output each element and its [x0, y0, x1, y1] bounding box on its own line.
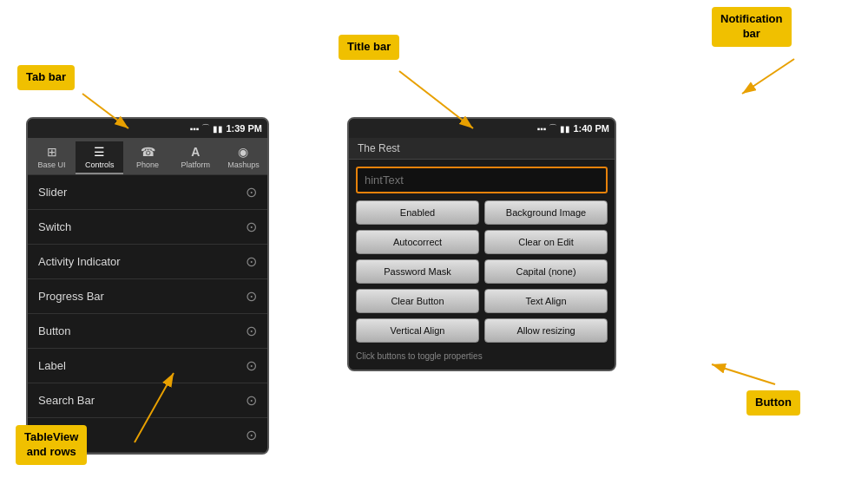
- tab-mashups-label: Mashups: [227, 160, 260, 169]
- background-image-button[interactable]: Background Image: [484, 200, 608, 225]
- list-item[interactable]: Activity Indicator ⊙: [28, 245, 267, 279]
- list-item-searchbar: Search Bar: [38, 394, 95, 407]
- list-item-slider: Slider: [38, 186, 67, 199]
- toggle-hint: Click buttons to toggle properties: [356, 350, 608, 363]
- tab-controls-label: Controls: [85, 160, 115, 169]
- list-item-label: Label: [38, 359, 66, 372]
- tableview-annotation: TableView and rows: [16, 425, 87, 465]
- left-status-icons: ▪▪▪ ⌒ ▮▮ 1:39 PM: [190, 122, 262, 134]
- svg-line-5: [712, 364, 775, 384]
- tab-phone[interactable]: ☎ Phone: [123, 141, 171, 174]
- svg-line-4: [742, 59, 794, 94]
- mashups-icon: ◉: [238, 145, 248, 159]
- list-container: Slider ⊙ Switch ⊙ Activity Indicator ⊙ P…: [28, 175, 267, 453]
- chevron-icon: ⊙: [246, 288, 257, 304]
- tab-bar: ⊞ Base UI ☰ Controls ☎ Phone A Platform …: [28, 138, 267, 175]
- capital-none-button[interactable]: Capital (none): [484, 259, 608, 284]
- chevron-icon: ⊙: [246, 357, 257, 374]
- tab-platform[interactable]: A Platform: [172, 141, 220, 174]
- title-bar: The Rest: [349, 138, 615, 160]
- hint-input[interactable]: [356, 167, 608, 193]
- title-bar-annotation: Title bar: [339, 35, 399, 60]
- right-content: Enabled Background Image Autocorrect Cle…: [349, 160, 615, 370]
- list-item[interactable]: Slider ⊙: [28, 175, 267, 210]
- battery-icon: ▮▮: [213, 124, 223, 134]
- chevron-icon: ⊙: [246, 219, 257, 235]
- list-item-progress: Progress Bar: [38, 290, 104, 303]
- chevron-icon: ⊙: [246, 253, 257, 270]
- left-status-bar: ▪▪▪ ⌒ ▮▮ 1:39 PM: [28, 119, 267, 138]
- base-ui-icon: ⊞: [47, 145, 57, 159]
- buttons-grid: Enabled Background Image Autocorrect Cle…: [356, 200, 608, 343]
- allow-resizing-button[interactable]: Allow resizing: [484, 318, 608, 343]
- list-item[interactable]: Label ⊙: [28, 349, 267, 383]
- wifi-icon: ⌒: [549, 122, 557, 134]
- right-status-icons: ▪▪▪ ⌒ ▮▮ 1:40 PM: [537, 122, 609, 134]
- list-item[interactable]: Progress Bar ⊙: [28, 279, 267, 314]
- text-align-button[interactable]: Text Align: [484, 289, 608, 313]
- right-phone: ▪▪▪ ⌒ ▮▮ 1:40 PM The Rest Enabled Backgr…: [347, 117, 616, 371]
- button-annotation: Button: [746, 390, 800, 416]
- list-item[interactable]: Button ⊙: [28, 314, 267, 349]
- battery-icon: ▮▮: [560, 124, 570, 134]
- list-item-button: Button: [38, 324, 71, 337]
- list-item[interactable]: Switch ⊙: [28, 210, 267, 245]
- signal-icon: ▪▪▪: [190, 124, 200, 134]
- tab-bar-annotation: Tab bar: [17, 65, 75, 90]
- phone-icon: ☎: [141, 145, 155, 159]
- password-mask-button[interactable]: Password Mask: [356, 259, 479, 284]
- chevron-icon: ⊙: [246, 323, 257, 339]
- clear-on-edit-button[interactable]: Clear on Edit: [484, 230, 608, 254]
- chevron-icon: ⊙: [246, 427, 257, 443]
- wifi-icon: ⌒: [201, 122, 210, 134]
- autocorrect-button[interactable]: Autocorrect: [356, 230, 479, 254]
- tab-mashups[interactable]: ◉ Mashups: [220, 141, 267, 174]
- main-container: ▪▪▪ ⌒ ▮▮ 1:39 PM ⊞ Base UI ☰ Controls ☎: [0, 0, 868, 504]
- clear-button-button[interactable]: Clear Button: [356, 289, 479, 313]
- right-status-bar: ▪▪▪ ⌒ ▮▮ 1:40 PM: [349, 119, 615, 138]
- title-bar-text: The Rest: [358, 142, 400, 154]
- platform-icon: A: [191, 145, 200, 159]
- enabled-button[interactable]: Enabled: [356, 200, 479, 225]
- tab-platform-label: Platform: [181, 160, 210, 169]
- chevron-icon: ⊙: [246, 392, 257, 409]
- chevron-icon: ⊙: [246, 184, 257, 200]
- tab-base-ui-label: Base UI: [38, 160, 66, 169]
- vertical-align-button[interactable]: Vertical Align: [356, 318, 479, 343]
- tab-phone-label: Phone: [136, 160, 159, 169]
- list-item-activity: Activity Indicator: [38, 255, 121, 268]
- tab-base-ui[interactable]: ⊞ Base UI: [28, 141, 76, 174]
- tab-controls[interactable]: ☰ Controls: [76, 141, 123, 174]
- list-item-switch: Switch: [38, 220, 71, 233]
- signal-icon: ▪▪▪: [537, 124, 547, 134]
- left-time: 1:39 PM: [226, 123, 262, 134]
- left-phone: ▪▪▪ ⌒ ▮▮ 1:39 PM ⊞ Base UI ☰ Controls ☎: [26, 117, 269, 455]
- list-item[interactable]: Search Bar ⊙: [28, 383, 267, 418]
- right-time: 1:40 PM: [573, 123, 609, 134]
- notification-bar-annotation: Notification bar: [712, 7, 792, 47]
- controls-icon: ☰: [94, 145, 105, 159]
